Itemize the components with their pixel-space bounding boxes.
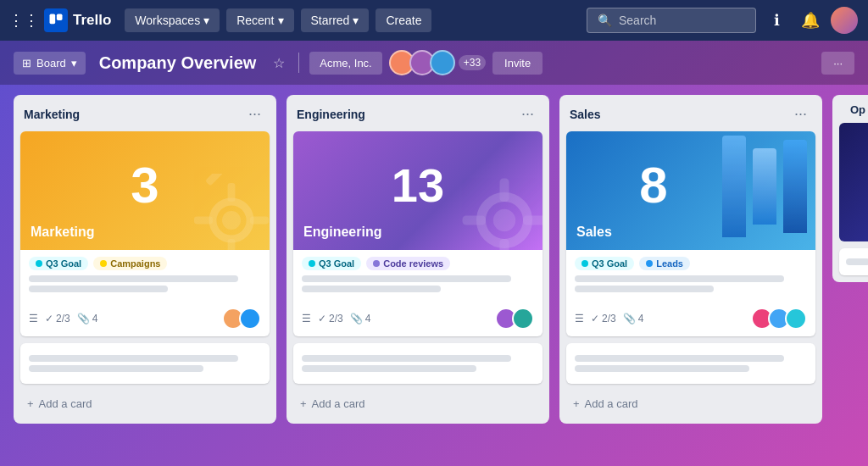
grid-menu-button[interactable]: ⋮⋮	[10, 7, 37, 34]
star-button[interactable]: ☆	[270, 52, 288, 75]
board-area: Marketing ··· 3 Marketing	[0, 85, 868, 466]
column-menu-button-sales[interactable]: ···	[789, 103, 812, 125]
footer-avatars-engineering	[495, 308, 534, 330]
board-header: ⊞ Board ▾ Company Overview ☆ Acme, Inc. …	[0, 41, 868, 85]
add-card-button-sales[interactable]: + Add a card	[563, 391, 819, 417]
svg-rect-12	[500, 239, 509, 250]
trello-logo-box	[44, 8, 68, 32]
notifications-button[interactable]: 🔔	[797, 7, 824, 34]
footer-avatar-eng-2	[512, 308, 534, 330]
svg-rect-1	[57, 14, 63, 21]
card-footer-engineering: ☰ ✓ 2/3 📎 4	[293, 302, 542, 336]
more-members-badge[interactable]: +33	[459, 55, 486, 70]
card-engineering-skeleton-1[interactable]	[293, 343, 542, 384]
top-nav: ⋮⋮ Trello Workspaces ▾ Recent ▾ Starred …	[0, 0, 868, 41]
tag-code-reviews: Code reviews	[366, 257, 450, 270]
column-header-marketing: Marketing ···	[14, 95, 276, 131]
divider	[298, 53, 299, 73]
skeleton-line	[575, 286, 714, 292]
card-operations-skeleton	[839, 248, 868, 275]
svg-rect-7	[250, 217, 269, 225]
chevron-down-icon: ▾	[278, 14, 284, 27]
svg-point-3	[222, 211, 241, 230]
bell-icon: 🔔	[801, 11, 820, 30]
svg-rect-14	[523, 216, 542, 225]
task-count-sales: ✓ 2/3	[591, 313, 616, 325]
svg-rect-13	[463, 216, 487, 225]
svg-rect-0	[50, 14, 56, 25]
card-footer-marketing: ☰ ✓ 2/3 📎 4	[20, 302, 270, 336]
column-engineering: Engineering ··· 13 Engineering	[287, 95, 549, 424]
cover-number-sales: 8	[639, 160, 667, 211]
cover-number-marketing: 3	[131, 160, 159, 211]
checklist-icon: ☰	[29, 313, 38, 325]
skeleton-line	[29, 286, 168, 292]
member-avatars: +33	[389, 50, 486, 75]
search-bar[interactable]: 🔍	[587, 8, 756, 33]
svg-rect-8	[205, 174, 224, 186]
svg-point-10	[493, 209, 515, 231]
chevron-down-icon: ▾	[353, 14, 359, 27]
card-engineering-main[interactable]: 13 Engineering Q3 Goal Code reviews	[293, 131, 542, 336]
column-menu-button-engineering[interactable]: ···	[516, 103, 539, 125]
attachment-icon-marketing: 📎 4	[77, 313, 98, 325]
cover-number-engineering: 13	[392, 162, 444, 209]
add-card-button-engineering[interactable]: + Add a card	[290, 391, 546, 417]
trello-logo-text: Trello	[73, 12, 111, 29]
workspace-button[interactable]: Acme, Inc.	[309, 52, 381, 75]
tag-dot-yellow	[100, 260, 107, 267]
column-header-operations: Op	[832, 95, 868, 123]
search-input[interactable]	[619, 14, 745, 27]
column-title-operations: Op	[850, 103, 865, 116]
skeleton-line	[302, 365, 476, 372]
skeleton-line	[575, 355, 784, 362]
board-icon: ⊞	[22, 57, 31, 69]
info-button[interactable]: ℹ	[763, 7, 790, 34]
tag-campaigns: Campaigns	[93, 257, 167, 270]
trello-logo[interactable]: Trello	[44, 8, 111, 32]
recent-button[interactable]: Recent ▾	[226, 8, 293, 32]
board-view-button[interactable]: ⊞ Board ▾	[14, 52, 86, 75]
grid-icon: ⋮⋮	[8, 11, 39, 30]
column-title-sales: Sales	[570, 108, 601, 121]
invite-button[interactable]: Invite	[492, 52, 542, 75]
checklist-icon: ☰	[575, 313, 584, 325]
chevron-down-icon: ▾	[71, 57, 77, 69]
card-marketing-main[interactable]: 3 Marketing Q3 Goal Campaigns	[20, 131, 270, 336]
tag-q3goal-marketing: Q3 Goal	[29, 257, 88, 270]
skeleton-line	[29, 275, 238, 282]
skeleton-line	[29, 355, 238, 362]
user-avatar[interactable]	[831, 7, 858, 34]
column-menu-button-marketing[interactable]: ···	[243, 103, 266, 125]
board-more-button[interactable]: ···	[821, 52, 854, 75]
svg-rect-6	[194, 217, 213, 225]
cover-label-engineering: Engineering	[303, 225, 381, 240]
attachment-icon-sales: 📎 4	[623, 313, 644, 325]
skeleton-line	[575, 365, 749, 372]
column-title-engineering: Engineering	[297, 108, 365, 121]
svg-rect-11	[500, 179, 509, 202]
add-card-button-marketing[interactable]: + Add a card	[17, 391, 273, 417]
tag-row-sales: Q3 Goal Leads	[575, 257, 807, 270]
plus-icon: +	[573, 397, 580, 410]
card-marketing-skeleton-1[interactable]	[20, 343, 270, 384]
tag-leads: Leads	[639, 257, 690, 270]
card-cover-marketing: 3 Marketing	[20, 131, 270, 250]
card-sales-skeleton-1[interactable]	[566, 343, 815, 384]
workspaces-button[interactable]: Workspaces ▾	[125, 8, 220, 32]
tag-q3goal-engineering: Q3 Goal	[302, 257, 361, 270]
tag-row-marketing: Q3 Goal Campaigns	[29, 257, 261, 270]
gear-decoration	[185, 174, 270, 250]
gear-decoration-eng	[458, 174, 542, 250]
card-sales-main[interactable]: 8 Sales Q3 Goal Leads ☰	[566, 131, 815, 336]
starred-button[interactable]: Starred ▾	[301, 8, 370, 32]
board-title: Company Overview	[99, 53, 257, 73]
column-title-marketing: Marketing	[24, 108, 80, 121]
member-avatar-3[interactable]	[430, 50, 455, 75]
skeleton-line	[302, 286, 441, 292]
attachment-icon-engineering: 📎 4	[350, 313, 371, 325]
checklist-icon: ☰	[302, 313, 311, 325]
card-body-marketing: Q3 Goal Campaigns	[20, 250, 270, 302]
create-button[interactable]: Create	[376, 8, 431, 32]
column-header-engineering: Engineering ···	[287, 95, 549, 131]
